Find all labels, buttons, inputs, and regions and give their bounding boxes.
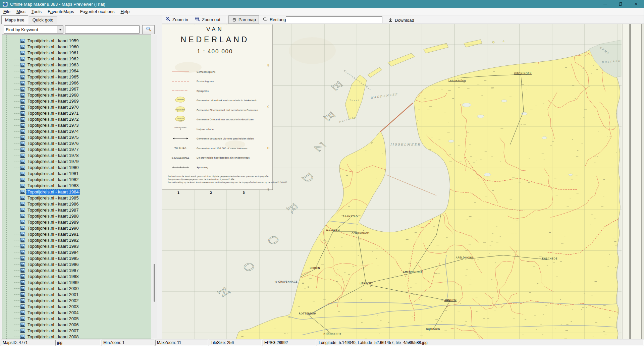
panel-splitter[interactable] [157, 15, 162, 339]
tree-item[interactable]: Topotijdreis.nl - kaart 1959 [2, 38, 151, 44]
search-input[interactable] [65, 25, 140, 34]
download-path-input[interactable] [286, 16, 382, 23]
tree-connector [14, 204, 19, 204]
menu-item-favoritemaps[interactable]: FavoriteMaps [45, 8, 77, 15]
tree-item[interactable]: Topotijdreis.nl - kaart 1974 [2, 128, 151, 134]
svg-text:'s-GRAVENHAGE: 's-GRAVENHAGE [275, 280, 298, 283]
svg-text:Gemeente Lekkerkerk met secret: Gemeente Lekkerkerk met secretarie in Le… [197, 99, 257, 102]
tree-item[interactable]: Topotijdreis.nl - kaart 1988 [2, 213, 151, 219]
zoom-in-button[interactable]: Zoom in [162, 15, 191, 24]
tab-maps-tree[interactable]: Maps tree [1, 15, 28, 24]
minimize-button[interactable] [597, 0, 613, 8]
chevron-down-icon[interactable] [57, 26, 63, 33]
svg-text:AMERSFOORT: AMERSFOORT [403, 271, 422, 274]
tree-item-label: Topotijdreis.nl - kaart 1989 [26, 220, 79, 225]
tree-item[interactable]: Topotijdreis.nl - kaart 1967 [2, 86, 151, 92]
map-viewport[interactable]: NOORDZEE WADDENZEEIJSSELMEERDOLLARDEEMSM… [162, 24, 644, 340]
tree-item[interactable]: Topotijdreis.nl - kaart 1962 [2, 56, 151, 62]
tree-item[interactable]: Topotijdreis.nl - kaart 1964 [2, 68, 151, 74]
tree-item-label: Topotijdreis.nl - kaart 1978 [26, 153, 79, 158]
tree-connector [14, 300, 19, 301]
tree-item[interactable]: Topotijdreis.nl - kaart 1972 [2, 116, 151, 122]
tree-item[interactable]: Topotijdreis.nl - kaart 1976 [2, 140, 151, 147]
tree-item[interactable]: Topotijdreis.nl - kaart 1990 [2, 225, 151, 231]
tree-connector [14, 119, 19, 120]
tree-item[interactable]: Topotijdreis.nl - kaart 2001 [2, 292, 151, 298]
tree-item[interactable]: Topotijdreis.nl - kaart 2003 [2, 304, 151, 310]
tree-item[interactable]: Topotijdreis.nl - kaart 1973 [2, 122, 151, 128]
tree-item[interactable]: Topotijdreis.nl - kaart 2007 [2, 328, 151, 334]
menu-bar: FileMiscToolsFavoriteMapsFavoriteLocatio… [0, 8, 644, 15]
maps-tree-list[interactable]: Topotijdreis.nl - kaart 1959Topotijdreis… [2, 35, 151, 339]
svg-text:De basis van de kaart wordt ge: De basis van de kaart wordt gevormd door… [168, 175, 269, 178]
map-layer-icon [20, 202, 25, 206]
tree-item-label: Topotijdreis.nl - kaart 1963 [26, 62, 79, 68]
tree-item[interactable]: Topotijdreis.nl - kaart 1978 [2, 153, 151, 159]
tree-item[interactable]: Topotijdreis.nl - kaart 1996 [2, 262, 151, 268]
find-mode-dropdown[interactable]: Find by Keyword [4, 25, 63, 34]
tree-item[interactable]: Topotijdreis.nl - kaart 1997 [2, 268, 151, 274]
search-button[interactable] [142, 25, 155, 34]
map-layer-icon [20, 178, 25, 182]
zoom-out-button[interactable]: Zoom out [192, 15, 223, 24]
tree-connector [14, 216, 19, 216]
tree-item[interactable]: Topotijdreis.nl - kaart 1979 [2, 159, 151, 165]
tree-item[interactable]: Topotijdreis.nl - kaart 2004 [2, 310, 151, 316]
close-button[interactable]: × [628, 0, 644, 8]
map-layer-icon [20, 286, 25, 291]
tree-item[interactable]: Topotijdreis.nl - kaart 2005 [2, 316, 151, 322]
tree-item-label: Topotijdreis.nl - kaart 1962 [26, 56, 79, 62]
svg-text:ARNHEM: ARNHEM [444, 299, 457, 302]
tree-scrollbar[interactable] [151, 35, 157, 338]
tree-item[interactable]: Topotijdreis.nl - kaart 1960 [2, 44, 151, 50]
tree-item[interactable]: Topotijdreis.nl - kaart 1970 [2, 104, 151, 110]
tree-item-label: Topotijdreis.nl - kaart 1985 [26, 195, 79, 201]
tree-item[interactable]: Topotijdreis.nl - kaart 2000 [2, 286, 151, 292]
tree-item[interactable]: Topotijdreis.nl - kaart 1993 [2, 243, 151, 249]
menu-item-favoritelocations[interactable]: FavoriteLocations [77, 8, 118, 15]
tree-item[interactable]: Topotijdreis.nl - kaart 1966 [2, 80, 151, 86]
download-button[interactable]: Download [385, 16, 417, 24]
tree-connector [14, 59, 19, 59]
tree-item[interactable]: Topotijdreis.nl - kaart 1980 [2, 165, 151, 171]
tree-item[interactable]: Topotijdreis.nl - kaart 1975 [2, 134, 151, 140]
menu-item-file[interactable]: File [0, 8, 13, 15]
tree-item[interactable]: Topotijdreis.nl - kaart 1963 [2, 62, 151, 68]
tree-item[interactable]: Topotijdreis.nl - kaart 1986 [2, 201, 151, 207]
pan-map-button[interactable]: Pan map [228, 15, 259, 24]
map-layer-icon [20, 196, 25, 200]
tree-item[interactable]: Topotijdreis.nl - kaart 1971 [2, 110, 151, 116]
tree-item[interactable]: Topotijdreis.nl - kaart 2002 [2, 298, 151, 304]
tree-item[interactable]: Topotijdreis.nl - kaart 1982 [2, 177, 151, 183]
menu-item-tools[interactable]: Tools [29, 8, 45, 15]
tree-scrollbar-thumb[interactable] [154, 264, 155, 302]
tab-quick-goto[interactable]: Quick goto [29, 16, 57, 24]
tree-item[interactable]: Topotijdreis.nl - kaart 1999 [2, 280, 151, 286]
tree-item[interactable]: Topotijdreis.nl - kaart 1983 [2, 183, 151, 189]
tree-item[interactable]: Topotijdreis.nl - kaart 1994 [2, 249, 151, 255]
map-layer-icon [20, 87, 25, 92]
tree-item[interactable]: Topotijdreis.nl - kaart 1985 [2, 195, 151, 201]
tree-item[interactable]: Topotijdreis.nl - kaart 1987 [2, 207, 151, 213]
tree-item[interactable]: Topotijdreis.nl - kaart 2008 [2, 334, 151, 339]
tree-item[interactable]: Topotijdreis.nl - kaart 1989 [2, 219, 151, 225]
tree-item[interactable]: Topotijdreis.nl - kaart 1995 [2, 255, 151, 262]
tree-item[interactable]: Topotijdreis.nl - kaart 1965 [2, 74, 151, 80]
tree-item[interactable]: Topotijdreis.nl - kaart 1981 [2, 171, 151, 177]
menu-item-misc[interactable]: Misc [13, 8, 29, 15]
tree-item[interactable]: Topotijdreis.nl - kaart 1969 [2, 98, 151, 104]
tree-item[interactable]: Topotijdreis.nl - kaart 1992 [2, 237, 151, 243]
tree-item[interactable]: Topotijdreis.nl - kaart 1961 [2, 50, 151, 56]
tree-item-label: Topotijdreis.nl - kaart 1992 [26, 238, 79, 243]
tree-item[interactable]: Topotijdreis.nl - kaart 2006 [2, 322, 151, 328]
map-layer-icon [20, 111, 25, 116]
restore-button[interactable] [613, 0, 628, 8]
tree-item[interactable]: Topotijdreis.nl - kaart 1977 [2, 147, 151, 153]
toolbar-separator [226, 16, 226, 22]
tree-item[interactable]: Topotijdreis.nl - kaart 1998 [2, 274, 151, 280]
menu-item-help[interactable]: Help [117, 8, 132, 15]
tree-item[interactable]: Topotijdreis.nl - kaart 1968 [2, 92, 151, 98]
tree-item[interactable]: Topotijdreis.nl - kaart 1984 [2, 189, 151, 195]
map-layer-icon [20, 256, 25, 261]
tree-item[interactable]: Topotijdreis.nl - kaart 1991 [2, 231, 151, 237]
